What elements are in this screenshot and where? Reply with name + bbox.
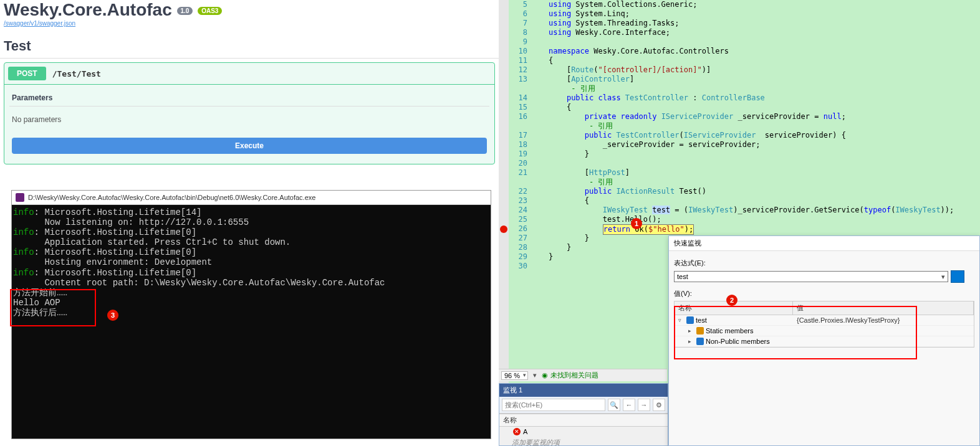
console-line: Now listening on: http://127.0.0.1:6555 xyxy=(13,217,489,227)
issues-status[interactable]: ◉ 未找到相关问题 xyxy=(542,371,598,380)
search-options-icon[interactable]: ⚙ xyxy=(653,399,665,411)
value-label: 值(V): xyxy=(674,289,974,298)
swagger-oas-badge: OAS3 xyxy=(198,7,222,15)
console-line: Application started. Press Ctrl+C to shu… xyxy=(13,237,489,247)
code-line[interactable]: using System.Threading.Tasks; xyxy=(549,19,980,28)
swagger-method-badge: POST xyxy=(8,67,46,80)
line-number: 17 xyxy=(499,131,536,140)
code-line[interactable]: public TestController(IServiceProvider s… xyxy=(549,131,980,140)
code-line[interactable]: [HttpPost] xyxy=(549,168,980,178)
console-line: info: Microsoft.Hosting.Lifetime[0] xyxy=(13,247,489,257)
code-line[interactable]: using System.Linq; xyxy=(549,9,980,19)
zoom-dd-arrow[interactable]: ▾ xyxy=(533,371,537,379)
watch-title[interactable]: 监视 1 xyxy=(499,384,668,397)
line-number: 12 xyxy=(499,65,536,75)
quickwatch-panel: 快速监视 表达式(E): test 值(V): 2 名称 值 ▿test{Cas… xyxy=(668,235,980,446)
line-number: 8 xyxy=(499,28,536,37)
watch-row-name: A xyxy=(523,428,527,435)
expression-input[interactable]: test xyxy=(674,271,948,282)
line-number: 28 xyxy=(499,243,536,252)
line-number: 22 xyxy=(499,187,536,196)
console-title-text: D:\Wesky\Wesky.Core.Autofac\Wesky.Core.A… xyxy=(28,194,315,201)
line-number xyxy=(499,121,536,131)
code-line[interactable]: public class TestController : Controller… xyxy=(549,93,980,103)
console-app-icon xyxy=(16,193,24,202)
console-line: info: Microsoft.Hosting.Lifetime[0] xyxy=(13,268,489,278)
console-titlebar[interactable]: D:\Wesky\Wesky.Core.Autofac\Wesky.Core.A… xyxy=(12,191,491,205)
code-line[interactable]: - 引用 xyxy=(549,178,980,187)
line-number: 20 xyxy=(499,159,536,168)
line-number: 13 xyxy=(499,75,536,84)
code-line[interactable]: { xyxy=(549,103,980,112)
code-line[interactable]: [ApiController] xyxy=(549,75,980,84)
watch-row[interactable]: ✕ A xyxy=(499,427,668,437)
code-line[interactable]: IWeskyTest test = (IWeskyTest)_servicePr… xyxy=(549,206,980,215)
quickwatch-title[interactable]: 快速监视 xyxy=(669,236,979,251)
code-text-area[interactable]: using System.Collections.Generic;using S… xyxy=(549,0,980,271)
watch-panel: 监视 1 🔍 ← → ⚙ 名称 ✕ A 添加要监视的项 xyxy=(499,383,668,446)
watch-search-row: 🔍 ← → ⚙ xyxy=(499,397,668,414)
annotation-badge-3: 3 xyxy=(107,310,118,321)
code-line[interactable]: namespace Wesky.Core.Autofac.Controllers xyxy=(549,47,980,56)
line-number: 9 xyxy=(499,37,536,47)
console-output: info: Microsoft.Hosting.Lifetime[14] Now… xyxy=(12,205,491,320)
swagger-operation: POST /Test/Test Parameters No parameters… xyxy=(4,62,495,164)
line-number: 5 xyxy=(499,0,536,9)
code-line[interactable]: [Route("[controller]/[action]")] xyxy=(549,65,980,75)
console-line: Hello AOP xyxy=(13,298,489,308)
console-line: Hosting environment: Development xyxy=(13,257,489,267)
line-number: 6 xyxy=(499,9,536,19)
search-prev-icon[interactable]: ← xyxy=(623,399,635,411)
line-number xyxy=(499,178,536,187)
annotation-box-2 xyxy=(674,306,917,359)
swagger-title-text: Wesky.Core.Autofac xyxy=(4,0,172,19)
line-number: 27 xyxy=(499,234,536,243)
line-number: 11 xyxy=(499,56,536,65)
code-line[interactable]: return Ok($"hello"); xyxy=(549,224,980,234)
code-line[interactable] xyxy=(549,37,980,47)
code-line[interactable]: using System.Collections.Generic; xyxy=(549,0,980,9)
code-line[interactable]: private readonly IServiceProvider _servi… xyxy=(549,112,980,121)
console-line: 方法执行后…… xyxy=(13,308,489,318)
line-number xyxy=(499,84,536,93)
code-line[interactable]: public IActionResult Test() xyxy=(549,187,980,196)
watch-add-hint[interactable]: 添加要监视的项 xyxy=(499,437,668,446)
line-number: 21 xyxy=(499,168,536,178)
code-line[interactable]: using Wesky.Core.Interface; xyxy=(549,28,980,37)
watch-column-header[interactable]: 名称 xyxy=(499,414,668,427)
line-number: 24 xyxy=(499,206,536,215)
console-line: info: Microsoft.Hosting.Lifetime[14] xyxy=(13,207,489,217)
line-number: 7 xyxy=(499,19,536,28)
swagger-section[interactable]: Test xyxy=(0,27,499,59)
code-line[interactable] xyxy=(549,159,980,168)
line-number: 18 xyxy=(499,140,536,149)
code-line[interactable]: - 引用 xyxy=(549,84,980,93)
execute-button[interactable]: Execute xyxy=(12,138,487,154)
line-number: 29 xyxy=(499,252,536,262)
annotation-badge-1: 1 xyxy=(631,218,642,229)
search-next-icon[interactable]: → xyxy=(638,399,650,411)
swagger-op-header[interactable]: POST /Test/Test xyxy=(4,63,494,84)
code-line[interactable]: } xyxy=(549,149,980,159)
console-line: info: Microsoft.Hosting.Lifetime[0] xyxy=(13,227,489,237)
line-number: 10 xyxy=(499,47,536,56)
search-icon[interactable]: 🔍 xyxy=(608,399,620,411)
code-line[interactable]: test.Hello(); xyxy=(549,215,980,224)
code-line[interactable]: _serviceProvider = serviceProvider; xyxy=(549,140,980,149)
line-number: 30 xyxy=(499,262,536,271)
line-number: 16 xyxy=(499,112,536,121)
watch-search-input[interactable] xyxy=(502,399,605,411)
issues-text: 未找到相关问题 xyxy=(550,371,598,380)
swagger-json-link[interactable]: /swagger/v1/swagger.json xyxy=(0,20,499,27)
zoom-dropdown[interactable]: 96 % xyxy=(501,371,528,380)
swagger-op-path: /Test/Test xyxy=(52,69,101,78)
code-line[interactable]: { xyxy=(549,56,980,65)
line-number: 15 xyxy=(499,103,536,112)
line-number: 25 xyxy=(499,215,536,224)
swagger-version-badge: 1.0 xyxy=(177,7,193,15)
reevaluate-button[interactable] xyxy=(951,270,964,283)
error-icon: ✕ xyxy=(513,428,521,435)
code-line[interactable]: - 引用 xyxy=(549,121,980,131)
code-line[interactable]: { xyxy=(549,196,980,206)
swagger-no-params: No parameters xyxy=(9,107,489,133)
